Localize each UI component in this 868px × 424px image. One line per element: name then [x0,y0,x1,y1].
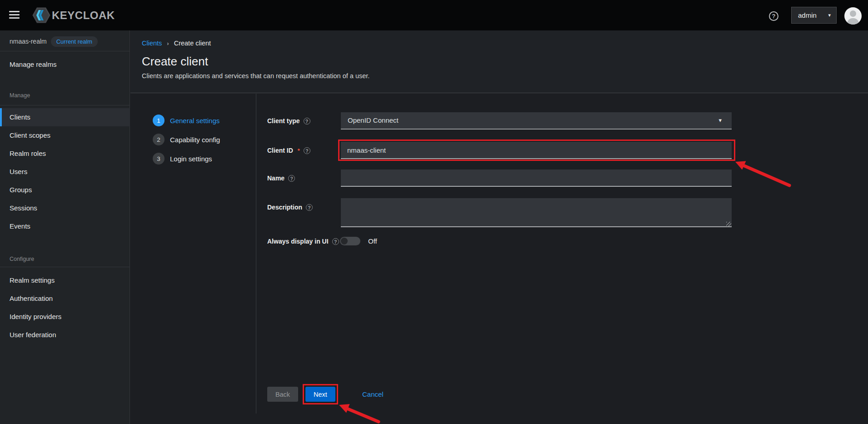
help-icon[interactable]: ? [304,147,310,154]
resize-grip-icon[interactable] [726,222,731,227]
chevron-down-icon: ▾ [828,12,831,18]
username-label: admin [798,11,817,19]
masthead: KEYCLOAK ? admin ▾ [0,0,868,30]
help-icon[interactable]: ? [306,204,313,211]
sidebar-item-manage-realms[interactable]: Manage realms [0,55,130,74]
realm-name: nmaas-realm [10,38,47,45]
cancel-link[interactable]: Cancel [362,387,384,402]
keycloak-logo[interactable]: KEYCLOAK [32,7,115,24]
sidebar-item-groups[interactable]: Groups [0,181,130,199]
keycloak-admin-console: KEYCLOAK ? admin ▾ nmaas-realm Current r… [0,0,868,424]
menu-toggle-icon[interactable] [9,11,21,20]
client-id-input[interactable] [341,142,732,159]
sidebar-item-realm-settings[interactable]: Realm settings [0,271,130,289]
chevron-right-icon: › [167,40,169,47]
help-icon[interactable]: ? [769,11,778,21]
wizard-step-capability-config[interactable]: 2 Capability config [153,134,220,145]
annotation-arrow-client-id [735,161,789,186]
realm-selector[interactable]: nmaas-realm Current realm [10,35,98,47]
breadcrumb: Clients › Create client [142,40,211,47]
help-icon[interactable]: ? [288,175,295,182]
keycloak-logo-icon [32,7,51,24]
avatar-person-icon [850,10,856,17]
name-label: Name ? [267,175,295,182]
next-button[interactable]: Next [305,387,335,402]
name-input[interactable] [341,170,732,187]
user-menu-dropdown[interactable]: admin ▾ [791,7,837,24]
keycloak-logo-text: KEYCLOAK [52,9,115,22]
client-type-label: Client type ? [267,117,310,125]
sidebar-item-authentication[interactable]: Authentication [0,289,130,308]
sidebar-item-identity-providers[interactable]: Identity providers [0,308,130,326]
sidebar: nmaas-realm Current realm Manage realms … [0,30,130,424]
sidebar-section-configure: Configure [10,256,34,262]
always-display-label: Always display in UI ? [267,238,339,245]
required-asterisk: * [298,147,300,154]
help-icon[interactable]: ? [332,238,339,245]
avatar[interactable] [844,7,862,25]
client-type-select[interactable]: OpenID Connect ▾ [341,112,732,130]
wizard-nav-divider [256,94,256,414]
sidebar-item-events[interactable]: Events [0,217,130,235]
wizard-step-general-settings[interactable]: 1 General settings [153,115,219,126]
page-header: Clients › Create client Create client Cl… [130,30,868,93]
annotation-arrow-next [339,404,379,422]
chevron-down-icon: ▾ [718,112,722,129]
page-subtitle: Clients are applications and services th… [142,72,369,80]
sidebar-section-manage: Manage [10,92,30,99]
help-icon[interactable]: ? [304,118,310,125]
breadcrumb-clients-link[interactable]: Clients [142,40,162,47]
page-title: Create client [142,55,208,69]
sidebar-item-realm-roles[interactable]: Realm roles [0,145,130,163]
current-realm-badge: Current realm [51,36,98,47]
sidebar-item-client-scopes[interactable]: Client scopes [0,126,130,145]
sidebar-item-users[interactable]: Users [0,163,130,181]
step-number-badge: 2 [153,134,165,145]
divider [0,267,130,267]
client-type-value: OpenID Connect [348,116,399,124]
breadcrumb-current: Create client [174,40,211,47]
client-id-label: Client ID * ? [267,147,310,154]
back-button[interactable]: Back [267,387,298,402]
divider [0,105,130,105]
step-number-badge: 1 [153,115,165,126]
divider [0,51,130,51]
step-number-badge: 3 [153,153,165,165]
sidebar-item-sessions[interactable]: Sessions [0,199,130,217]
description-textarea[interactable] [341,198,732,227]
always-display-toggle[interactable] [340,237,360,245]
sidebar-item-user-federation[interactable]: User federation [0,326,130,344]
toggle-state-label: Off [368,237,377,245]
description-label: Description ? [267,204,313,211]
wizard-step-login-settings[interactable]: 3 Login settings [153,153,212,165]
sidebar-item-clients[interactable]: Clients [0,108,130,126]
